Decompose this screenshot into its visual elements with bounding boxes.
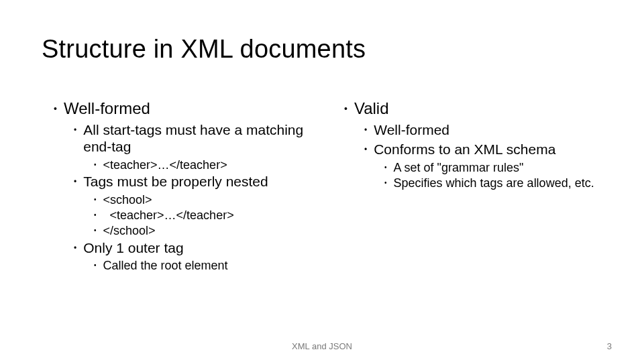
bullet-valid-schema: • Conforms to an XML schema — [332, 141, 617, 158]
bullet-text: A set of "grammar rules" — [394, 161, 617, 175]
bullet-dot-icon: • — [94, 208, 97, 219]
bullet-dot-icon: • — [74, 122, 76, 134]
bullet-root-element: • Called the root element — [42, 259, 329, 273]
bullet-text: Specifies which tags are allowed, etc. — [394, 176, 617, 190]
left-column: • Well-formed • All start-tags must have… — [42, 99, 329, 275]
bullet-allowed-tags: • Specifies which tags are allowed, etc. — [332, 176, 617, 190]
bullet-dot-icon: • — [94, 193, 97, 203]
bullet-dot-icon: • — [94, 259, 97, 269]
content-columns: • Well-formed • All start-tags must have… — [42, 99, 617, 275]
slide: Structure in XML documents • Well-formed… — [0, 0, 644, 362]
footer-center: XML and JSON — [0, 341, 644, 351]
bullet-text: Tags must be properly nested — [83, 174, 329, 190]
bullet-dot-icon: • — [344, 99, 347, 113]
bullet-school-open: • <school> — [42, 193, 329, 207]
bullet-text: Conforms to an XML schema — [374, 141, 617, 158]
bullet-teacher-nested: • <teacher>…</teacher> — [42, 208, 329, 223]
bullet-dot-icon: • — [94, 158, 97, 168]
bullet-text: Well-formed — [64, 99, 329, 118]
bullet-dot-icon: • — [364, 122, 367, 134]
right-column: • Valid • Well-formed • Conforms to an X… — [329, 99, 617, 275]
bullet-text: </school> — [103, 224, 329, 238]
bullet-text: <school> — [103, 193, 329, 207]
bullet-teacher-example: • <teacher>…</teacher> — [42, 158, 329, 172]
bullet-dot-icon: • — [94, 224, 97, 234]
bullet-grammar-rules: • A set of "grammar rules" — [332, 161, 617, 175]
bullet-text: <teacher>…</teacher> — [103, 158, 329, 172]
bullet-text: All start-tags must have a matching end-… — [83, 122, 329, 156]
bullet-dot-icon: • — [364, 141, 367, 154]
bullet-text: Well-formed — [374, 122, 617, 139]
bullet-dot-icon: • — [74, 174, 76, 186]
bullet-text: Valid — [354, 99, 617, 118]
bullet-valid: • Valid — [332, 99, 617, 118]
bullet-valid-wellformed: • Well-formed — [332, 122, 617, 139]
bullet-outer-tag: • Only 1 outer tag — [42, 240, 329, 257]
bullet-wellformed: • Well-formed — [42, 99, 329, 118]
bullet-dot-icon: • — [74, 240, 76, 252]
page-number: 3 — [607, 341, 612, 351]
bullet-dot-icon: • — [384, 161, 387, 171]
bullet-start-tags: • All start-tags must have a matching en… — [42, 122, 329, 156]
slide-title: Structure in XML documents — [42, 35, 366, 64]
bullet-dot-icon: • — [384, 176, 387, 186]
bullet-text: <teacher>…</teacher> — [103, 208, 329, 223]
bullet-text: Only 1 outer tag — [83, 240, 329, 257]
bullet-dot-icon: • — [54, 99, 57, 113]
bullet-nested: • Tags must be properly nested — [42, 174, 329, 190]
bullet-text: Called the root element — [103, 259, 329, 273]
bullet-school-close: • </school> — [42, 224, 329, 238]
